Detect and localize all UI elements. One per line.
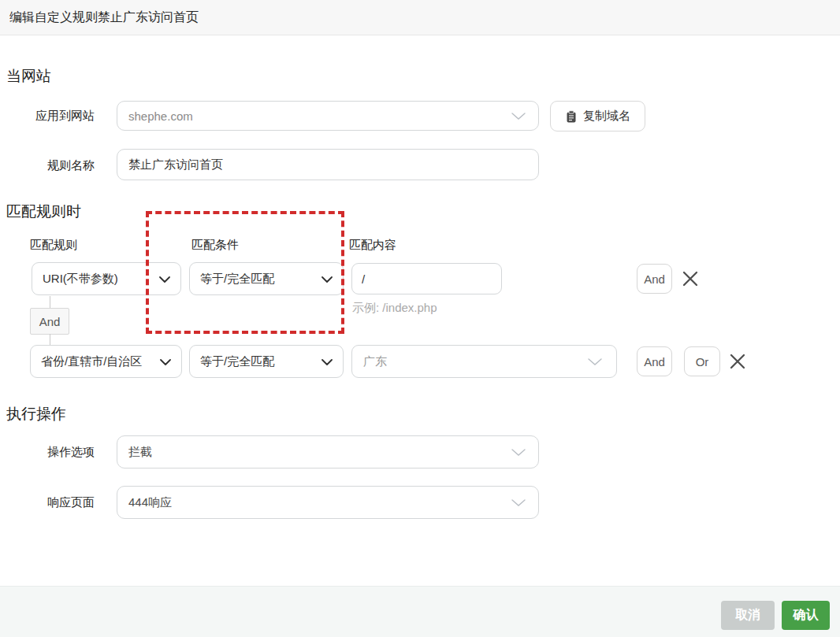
column-header-rule: 匹配规则 <box>30 238 77 253</box>
clipboard-icon <box>565 110 578 123</box>
content-example-hint: 示例: /index.php <box>352 301 437 316</box>
chevron-down-icon <box>588 354 602 368</box>
cancel-button[interactable]: 取消 <box>721 601 775 630</box>
match-content-select-row2[interactable]: 广东 <box>351 345 617 378</box>
connector-line-top <box>50 296 50 309</box>
copy-domain-button[interactable]: 复制域名 <box>550 101 645 131</box>
dialog-footer <box>0 586 840 637</box>
section-heading-action: 执行操作 <box>6 404 66 424</box>
action-option-value: 拦截 <box>128 445 152 460</box>
match-rule-select-row1[interactable]: URI(不带参数) <box>32 262 181 295</box>
column-header-condition: 匹配条件 <box>191 238 239 253</box>
action-option-label: 操作选项 <box>16 444 95 460</box>
apply-to-site-value: shephe.com <box>128 109 193 123</box>
delete-row1-icon[interactable] <box>680 269 701 289</box>
dialog-title: 编辑自定义规则禁止广东访问首页 <box>9 9 199 26</box>
response-page-label: 响应页面 <box>16 494 95 510</box>
add-and-button-row1[interactable]: And <box>637 264 672 294</box>
match-content-value-row2: 广东 <box>363 354 387 369</box>
confirm-button[interactable]: 确认 <box>782 601 830 630</box>
chevron-down-icon <box>159 272 170 286</box>
apply-to-site-label: 应用到网站 <box>16 108 95 124</box>
rule-name-label: 规则名称 <box>16 157 95 173</box>
match-content-input-row1[interactable] <box>351 263 502 294</box>
copy-domain-label: 复制域名 <box>583 109 630 124</box>
response-page-select[interactable]: 444响应 <box>117 486 539 519</box>
delete-row2-icon[interactable] <box>727 351 748 372</box>
chevron-down-icon <box>511 445 526 459</box>
chevron-down-icon <box>160 354 171 368</box>
match-condition-value-row1: 等于/完全匹配 <box>200 272 274 287</box>
response-page-value: 444响应 <box>128 495 172 510</box>
connector-line-bottom <box>50 334 50 346</box>
chevron-down-icon <box>322 272 333 286</box>
apply-to-site-select[interactable]: shephe.com <box>117 101 539 131</box>
action-option-select[interactable]: 拦截 <box>117 435 539 468</box>
match-rule-value-row2: 省份/直辖市/自治区 <box>41 354 142 369</box>
chevron-down-icon <box>511 109 526 123</box>
match-rule-select-row2[interactable]: 省份/直辖市/自治区 <box>30 345 182 378</box>
add-or-button-row2[interactable]: Or <box>684 346 720 376</box>
section-heading-match: 匹配规则时 <box>6 202 81 222</box>
chevron-down-icon <box>322 354 333 368</box>
match-condition-value-row2: 等于/完全匹配 <box>200 354 274 369</box>
dialog-header: 编辑自定义规则禁止广东访问首页 <box>0 0 840 35</box>
column-header-content: 匹配内容 <box>349 238 396 253</box>
chevron-down-icon <box>511 495 526 509</box>
match-rule-value-row1: URI(不带参数) <box>43 272 118 287</box>
match-condition-select-row1[interactable]: 等于/完全匹配 <box>189 262 344 295</box>
edit-rule-dialog: 编辑自定义规则禁止广东访问首页 当网站 应用到网站 shephe.com 复制域… <box>0 0 840 637</box>
match-condition-select-row2[interactable]: 等于/完全匹配 <box>189 345 344 378</box>
section-heading-site: 当网站 <box>6 66 51 87</box>
connector-and-button[interactable]: And <box>30 308 69 335</box>
add-and-button-row2[interactable]: And <box>637 346 672 376</box>
rule-name-input[interactable] <box>117 149 539 180</box>
